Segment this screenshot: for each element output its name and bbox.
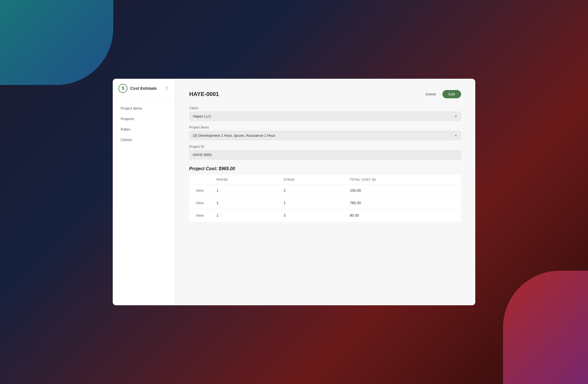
app-logo: $ [118, 84, 127, 93]
row-2-stage: 1 [279, 197, 345, 209]
client-dropdown[interactable]: Hayes LLC ▼ [189, 112, 461, 121]
view-button-3[interactable]: View [194, 213, 205, 218]
project-items-value: (3) Development 1 Hour, Ipsum, Assurance… [193, 133, 275, 138]
client-value: Hayes LLC [193, 114, 211, 118]
row-1-stage: 2 [279, 184, 345, 197]
view-button-2[interactable]: View [194, 200, 205, 206]
col-header-phase: PHASE [212, 175, 279, 184]
cost-table: PHASE STAGE TOTAL COST ($) View 1 2 [189, 175, 461, 222]
sidebar-item-project-items[interactable]: Project Items [115, 103, 172, 113]
row-1-phase: 1 [212, 184, 279, 197]
row-1-action: View [189, 184, 212, 197]
row-3-stage: 3 [279, 209, 345, 222]
row-2-cost: 785.00 [345, 197, 461, 209]
sidebar-item-clients[interactable]: Clients [115, 135, 172, 145]
grid-icon[interactable]: ⠿ [165, 86, 169, 91]
project-id-label: Project ID [189, 145, 461, 149]
row-3-action: View [189, 209, 212, 222]
table-row: View 1 3 80.00 [189, 209, 461, 222]
main-content: HAYE-0001 Delete Edit Client Hayes LLC ▼… [175, 79, 475, 305]
row-2-action: View [189, 197, 212, 209]
cost-table-container: PHASE STAGE TOTAL COST ($) View 1 2 [189, 175, 461, 222]
client-label: Client [189, 106, 461, 110]
project-items-field-group: Project Items (3) Development 1 Hour, Ip… [189, 125, 461, 140]
row-1-cost: 100.00 [345, 184, 461, 197]
project-id-value: HAYE-0001 [193, 153, 212, 157]
view-button-1[interactable]: View [194, 188, 205, 193]
table-row: View 1 1 785.00 [189, 197, 461, 209]
edit-button[interactable]: Edit [442, 90, 461, 98]
client-field-group: Client Hayes LLC ▼ [189, 106, 461, 121]
project-header: HAYE-0001 Delete Edit [189, 90, 461, 98]
row-3-cost: 80.00 [345, 209, 461, 222]
col-header-total-cost: TOTAL COST ($) [345, 175, 461, 184]
chevron-down-icon-2: ▼ [454, 134, 457, 137]
logo-symbol: $ [122, 86, 124, 91]
project-items-dropdown[interactable]: (3) Development 1 Hour, Ipsum, Assurance… [189, 131, 461, 140]
sidebar-header: $ Cost Estimate ⠿ [113, 79, 175, 98]
table-row: View 1 2 100.00 [189, 184, 461, 197]
app-title: Cost Estimate [130, 86, 157, 91]
project-items-label: Project Items [189, 125, 461, 129]
col-header-stage: STAGE [279, 175, 345, 184]
row-2-phase: 1 [212, 197, 279, 209]
sidebar: $ Cost Estimate ⠿ Project Items Projects… [113, 79, 175, 305]
row-3-phase: 1 [212, 209, 279, 222]
app-window: $ Cost Estimate ⠿ Project Items Projects… [113, 79, 475, 305]
delete-button[interactable]: Delete [423, 90, 439, 98]
project-id-field-group: Project ID HAYE-0001 [189, 145, 461, 159]
table-header: PHASE STAGE TOTAL COST ($) [189, 175, 461, 184]
sidebar-item-rates[interactable]: Rates [115, 124, 172, 134]
sidebar-item-projects[interactable]: Projects [115, 114, 172, 124]
col-header-action [189, 175, 212, 184]
table-body: View 1 2 100.00 View 1 1 785. [189, 184, 461, 222]
project-id-input: HAYE-0001 [189, 150, 461, 159]
sidebar-nav: Project Items Projects Rates Clients [113, 98, 175, 150]
chevron-down-icon: ▼ [454, 115, 457, 118]
project-title: HAYE-0001 [189, 91, 423, 97]
project-cost-label: Project Cost: $965.00 [189, 166, 461, 171]
